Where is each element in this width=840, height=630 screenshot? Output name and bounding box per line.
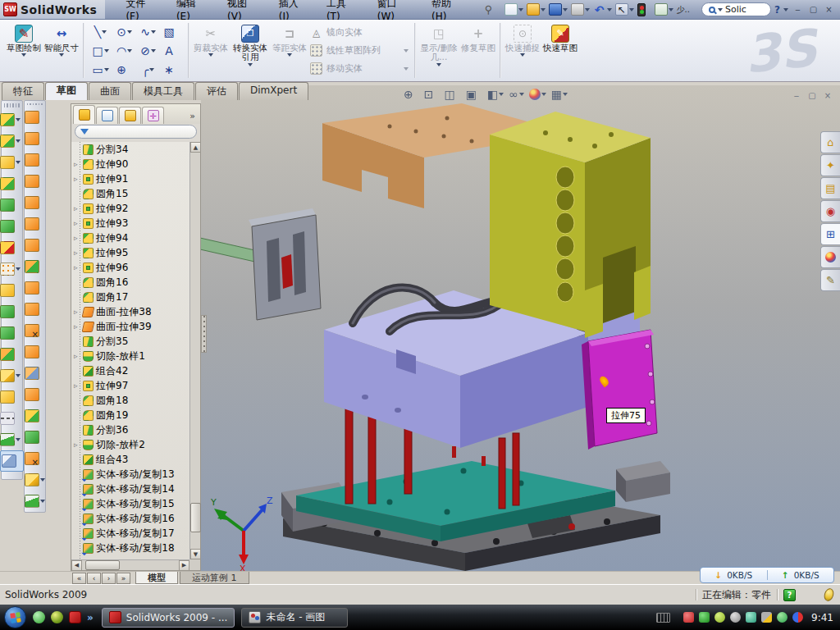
home-resources-icon[interactable]: ⌂ (820, 131, 840, 153)
hud-button[interactable]: ◧ (487, 88, 504, 101)
select-icon[interactable]: ↖ (615, 3, 628, 16)
scroll-down-button[interactable]: ▼ (190, 549, 201, 559)
update-badge-icon[interactable] (714, 612, 725, 623)
dropdown-caret-icon[interactable] (518, 8, 523, 11)
solidworks-launcher-icon[interactable] (69, 611, 81, 623)
command-button[interactable]: ⊐ 等距实体 (271, 22, 308, 80)
tree-item[interactable]: ▹ 分割36 (71, 422, 189, 437)
part-right-rail[interactable] (616, 461, 670, 502)
toolbar-button[interactable] (0, 194, 24, 216)
design-library-icon[interactable]: ✦ (820, 154, 840, 176)
featuremanager-tree-tab[interactable] (73, 105, 95, 124)
toolbar-button[interactable] (25, 256, 45, 277)
view-palette-icon[interactable]: ⊞ (820, 223, 840, 245)
tree-vertical-scrollbar[interactable]: ▲ ▼ (189, 142, 200, 559)
toolbar-button[interactable] (25, 107, 45, 128)
taskbar-task-button[interactable]: 未命名 - 画图 (241, 608, 348, 628)
open-file-icon[interactable] (527, 3, 540, 16)
tree-item[interactable]: ▹ 拉伸90 (71, 157, 189, 171)
titlebar-tool[interactable] (654, 2, 674, 16)
custom-properties-icon[interactable]: ✎ (820, 269, 840, 291)
sketch-tool-button[interactable]: ∗ (160, 60, 184, 79)
sketch-tool-button[interactable]: A (160, 41, 184, 60)
toolbar-button[interactable] (25, 149, 45, 171)
dropdown-caret-icon[interactable] (102, 30, 107, 34)
dropdown-caret-icon[interactable] (563, 93, 568, 96)
tree-item[interactable]: ▹ 实体-移动/复制13 (71, 467, 189, 482)
dropdown-caret-icon[interactable] (104, 49, 109, 52)
hud-button[interactable]: ▦ (551, 88, 568, 101)
menu-item[interactable]: 窗口(W) (368, 0, 422, 19)
minimize-button[interactable]: ‒ (792, 4, 804, 16)
model-canvas[interactable] (201, 85, 840, 571)
hud-button[interactable]: ∞ (509, 88, 524, 101)
doc-close-button[interactable]: × (822, 90, 833, 101)
hud-button[interactable] (529, 89, 546, 100)
hud-button[interactable]: ⊕ (404, 88, 419, 101)
command-row-button[interactable]: 移动实体 (310, 61, 410, 77)
command-button[interactable]: ◳ 显示/删除几... (418, 22, 459, 80)
restore-button[interactable]: ▢ (807, 4, 819, 16)
propertymanager-tab[interactable] (96, 107, 118, 124)
dropdown-caret-icon[interactable] (248, 63, 253, 66)
command-row-button[interactable]: ◬ 镜向实体 (310, 25, 410, 41)
scroll-up-button[interactable]: ▲ (190, 142, 201, 153)
dropdown-caret-icon[interactable] (607, 8, 612, 11)
tab-scroll-button[interactable]: » (116, 573, 130, 584)
toolbar-button[interactable] (0, 301, 24, 322)
tree-filter-input[interactable] (75, 125, 197, 139)
menu-item[interactable]: 视图(V) (218, 0, 270, 19)
taskbar-task-button[interactable]: SolidWorks 2009 - ... (102, 608, 235, 628)
titlebar-tool[interactable] (570, 2, 591, 16)
toolbar-button[interactable] (0, 386, 24, 408)
command-button[interactable]: ✎ 草图绘制 (5, 22, 43, 80)
tree-item[interactable]: ▹ 拉伸96 (71, 260, 189, 275)
dropdown-caret-icon[interactable] (520, 53, 525, 57)
toolbar-button[interactable] (0, 237, 24, 258)
configurationmanager-tab[interactable] (119, 107, 141, 124)
toolbar-button[interactable] (25, 448, 45, 469)
menu-item[interactable]: 文件(F) (116, 0, 167, 19)
sketch-tool-button[interactable]: ◠ (112, 41, 136, 60)
pin-icon[interactable]: ⚲ (482, 3, 495, 16)
ribbon-tab[interactable]: 草图 (45, 82, 88, 100)
command-button[interactable]: + 修复草图 (459, 22, 497, 80)
tree-item[interactable]: ▹ 组合42 (71, 363, 189, 378)
search-input[interactable]: Solic (701, 2, 771, 16)
close-button[interactable]: × (823, 4, 835, 16)
print-icon[interactable] (571, 3, 584, 16)
toolbar-button[interactable] (0, 173, 24, 194)
toolbar-button[interactable] (25, 491, 45, 512)
toolbar-button[interactable] (0, 109, 24, 130)
menu-item[interactable]: 编辑(E) (167, 0, 218, 19)
dropdown-caret-icon[interactable] (127, 49, 132, 52)
scroll-right-button[interactable]: ▶ (179, 560, 189, 571)
tree-horizontal-scrollbar[interactable]: ◀ ▶ (71, 559, 189, 570)
dropdown-caret-icon[interactable] (436, 63, 441, 66)
tree-item[interactable]: ▹ 拉伸92 (71, 201, 189, 216)
part-green-rod[interactable] (201, 236, 258, 262)
toolbar-grip[interactable] (27, 103, 43, 105)
titlebar-tool[interactable] (526, 2, 546, 16)
tree-item[interactable]: ▹ 圆角15 (71, 186, 189, 201)
toolbar-button[interactable] (25, 171, 45, 192)
new-file-icon[interactable] (504, 3, 518, 16)
menu-item[interactable]: 工具(T) (317, 0, 368, 19)
toolbar-button[interactable] (0, 344, 24, 365)
quick-tips-button[interactable]: ? (783, 589, 796, 601)
command-row-button[interactable]: 线性草图阵列 (310, 43, 410, 59)
help-dropdown-icon[interactable] (783, 8, 788, 11)
toolbar-button[interactable] (0, 365, 24, 386)
tree-item[interactable]: ▹ 拉伸91 (71, 171, 189, 186)
tab-scroll-button[interactable]: › (102, 573, 116, 584)
dimxpertmanager-tab[interactable]: ✛ (142, 107, 164, 124)
toolbar-button[interactable] (0, 216, 24, 237)
tree-item[interactable]: ▹ 拉伸97 (71, 378, 189, 393)
tab-scroll-button[interactable]: « (72, 573, 86, 584)
toolbar-button[interactable] (0, 130, 24, 152)
keyboard-layout-icon[interactable] (656, 613, 670, 623)
health-shield-icon[interactable] (777, 612, 788, 623)
panel-overflow-button[interactable]: » (186, 111, 199, 124)
security-shield-icon[interactable] (699, 612, 710, 623)
quick-launch-overflow[interactable]: » (87, 612, 94, 623)
